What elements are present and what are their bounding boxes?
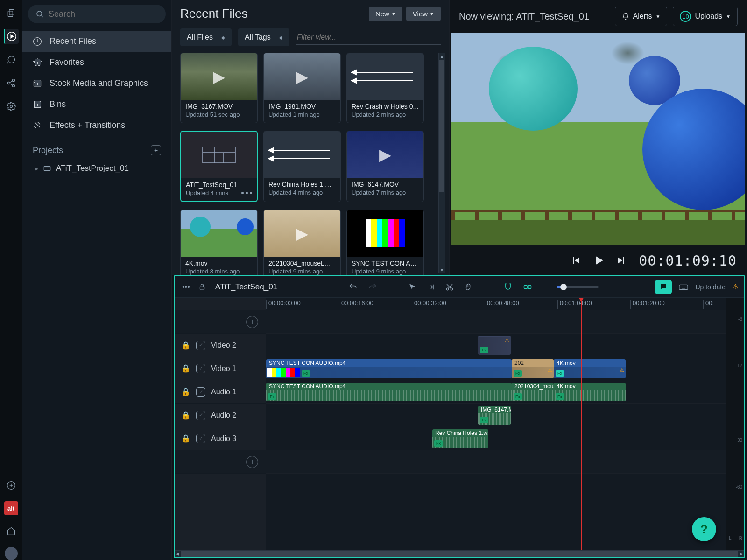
keyboard-button[interactable] bbox=[678, 282, 689, 292]
file-card[interactable]: ▶IMG_3167.MOVUpdated 51 sec ago bbox=[180, 53, 258, 123]
scroll-down-icon[interactable]: ▼ bbox=[439, 267, 445, 273]
timeline-clip[interactable]: Fx⚠ bbox=[478, 336, 511, 355]
scroll-left-icon[interactable]: ◀ bbox=[175, 551, 181, 557]
file-card[interactable]: ATiT_TestSeq_01Updated 4 mins bbox=[180, 131, 258, 202]
file-updated: Updated 7 mins ago bbox=[352, 189, 406, 196]
add-track-button[interactable]: + bbox=[246, 456, 258, 468]
nav-recent-files[interactable]: Recent Files bbox=[22, 31, 171, 52]
track-lane-video-1[interactable]: SYNC TEST CON AUDIO.mp4 Fx 202Fx⚠ 4K.mov… bbox=[266, 357, 726, 380]
rail-chat-icon[interactable] bbox=[4, 52, 19, 67]
file-card[interactable]: Rev China Holes 1.wavUpdated 4 mins ago bbox=[263, 131, 341, 202]
timeline-clip[interactable]: 4K.movFx⚠ bbox=[554, 359, 626, 378]
alerts-button[interactable]: Alerts▼ bbox=[615, 7, 668, 26]
chevron-down-icon: ▼ bbox=[726, 14, 731, 19]
nav-stock-media[interactable]: Stock Media and Graphics i bbox=[22, 73, 171, 94]
playhead[interactable] bbox=[581, 298, 582, 550]
file-card[interactable]: ▶IMG_1981.MOVUpdated 1 min ago bbox=[263, 53, 341, 123]
timeline-clip[interactable]: 20210304_mouse...Fx bbox=[512, 383, 554, 401]
scroll-up-icon[interactable]: ▲ bbox=[439, 53, 445, 59]
timeline-clip[interactable]: IMG_6147.MOFx bbox=[478, 406, 511, 425]
file-name: IMG_1981.MOV bbox=[268, 103, 336, 110]
step-forward-button[interactable] bbox=[616, 255, 627, 266]
app-logo[interactable]: ait bbox=[4, 501, 18, 515]
rail-home-icon[interactable] bbox=[4, 524, 19, 539]
zoom-slider[interactable] bbox=[557, 286, 599, 288]
uploads-button[interactable]: 10 Uploads▼ bbox=[673, 7, 738, 26]
timeline-ruler[interactable]: 00:00:00:00 00:00:16:00 00:00:32:00 00:0… bbox=[266, 298, 726, 310]
rail-copy-icon[interactable] bbox=[4, 6, 19, 21]
new-button[interactable]: New▼ bbox=[369, 7, 402, 21]
redo-button[interactable] bbox=[366, 280, 379, 294]
link-toggle[interactable] bbox=[521, 280, 534, 294]
filter-tags-dropdown[interactable]: All Tags◆ bbox=[238, 28, 289, 46]
select-tool[interactable] bbox=[406, 281, 418, 293]
rail-play-icon[interactable] bbox=[4, 29, 19, 44]
scrollbar-thumb[interactable] bbox=[439, 60, 444, 192]
viewer-timecode: 00:01:09:10 bbox=[639, 252, 737, 269]
timeline-clip[interactable]: SYNC TEST CON AUDIO.mp4 Fx bbox=[266, 359, 512, 378]
play-icon: ▶ bbox=[379, 145, 391, 164]
meter-label: -6 bbox=[738, 316, 742, 322]
visibility-toggle[interactable]: ✓ bbox=[196, 411, 205, 420]
more-icon[interactable] bbox=[241, 192, 252, 194]
help-button[interactable]: ? bbox=[692, 517, 716, 541]
add-track-button[interactable]: + bbox=[246, 316, 258, 328]
scrollbar-thumb[interactable] bbox=[181, 551, 738, 557]
timeline-clip[interactable]: 202Fx⚠ bbox=[512, 359, 554, 378]
timeline-clip[interactable]: Rev China Holes 1.wavFx bbox=[432, 429, 488, 448]
nav-effects[interactable]: Effects + Transitions bbox=[22, 115, 171, 136]
play-button[interactable] bbox=[592, 254, 605, 266]
rail-share-icon[interactable] bbox=[4, 76, 19, 91]
nav-favorites[interactable]: Favorites i bbox=[22, 52, 171, 73]
lock-icon[interactable]: 🔒 bbox=[181, 411, 190, 420]
info-badge-icon: i bbox=[35, 59, 41, 65]
lock-icon[interactable]: 🔒 bbox=[181, 387, 190, 396]
visibility-toggle[interactable]: ✓ bbox=[196, 434, 205, 443]
slider-thumb[interactable] bbox=[560, 284, 567, 290]
file-card[interactable]: SYNC TEST CON AU...Updated 9 mins ago bbox=[346, 210, 424, 275]
timeline-clip[interactable]: 4K.movFx bbox=[554, 383, 626, 401]
filter-view-input[interactable] bbox=[296, 30, 441, 45]
svg-point-4 bbox=[7, 82, 10, 84]
view-button[interactable]: View▼ bbox=[406, 7, 441, 21]
visibility-toggle[interactable]: ✓ bbox=[196, 341, 205, 350]
track-lane-video-2[interactable]: Fx⚠ bbox=[266, 334, 726, 357]
visibility-toggle[interactable]: ✓ bbox=[196, 364, 205, 373]
viewer-stage[interactable] bbox=[451, 33, 745, 245]
file-card[interactable]: ▶IMG_6147.MOVUpdated 7 mins ago bbox=[346, 131, 424, 202]
warning-icon[interactable]: ⚠ bbox=[732, 282, 739, 291]
insert-tool[interactable] bbox=[425, 281, 437, 293]
visibility-toggle[interactable]: ✓ bbox=[196, 387, 205, 397]
rail-gear-icon[interactable] bbox=[4, 99, 19, 114]
search-box[interactable] bbox=[28, 5, 166, 23]
timeline-clip[interactable]: SYNC TEST CON AUDIO.mp4Fx bbox=[266, 383, 512, 401]
track-area[interactable]: 00:00:00:00 00:00:16:00 00:00:32:00 00:0… bbox=[266, 298, 726, 550]
step-back-button[interactable] bbox=[570, 255, 581, 266]
track-lane-audio-3[interactable]: Rev China Holes 1.wavFx bbox=[266, 427, 726, 450]
lock-icon[interactable]: 🔒 bbox=[181, 364, 190, 373]
undo-button[interactable] bbox=[346, 280, 359, 294]
cut-tool[interactable] bbox=[444, 281, 456, 293]
file-grid-scrollbar[interactable]: ▲ ▼ bbox=[438, 53, 445, 273]
hand-tool[interactable] bbox=[462, 281, 474, 293]
lock-icon[interactable] bbox=[198, 283, 206, 291]
scroll-right-icon[interactable]: ▶ bbox=[738, 551, 744, 557]
rail-plus-icon[interactable] bbox=[4, 478, 19, 493]
track-lane-audio-1[interactable]: SYNC TEST CON AUDIO.mp4Fx 20210304_mouse… bbox=[266, 380, 726, 404]
snap-toggle[interactable] bbox=[501, 280, 514, 294]
add-project-button[interactable]: + bbox=[151, 145, 161, 155]
file-card[interactable]: ▶20210304_mouseL...Updated 9 mins ago bbox=[263, 210, 341, 275]
track-lane-audio-2[interactable]: IMG_6147.MOFx bbox=[266, 404, 726, 427]
file-card[interactable]: 4K.movUpdated 8 mins ago bbox=[180, 210, 258, 275]
filter-files-dropdown[interactable]: All Files◆ bbox=[180, 28, 232, 46]
user-avatar[interactable] bbox=[5, 547, 18, 560]
comments-button[interactable] bbox=[655, 280, 672, 294]
lock-icon[interactable]: 🔒 bbox=[181, 434, 190, 443]
search-input[interactable] bbox=[49, 9, 158, 19]
file-card[interactable]: Rev Crash w Holes 0...Updated 2 mins ago bbox=[346, 53, 424, 123]
more-icon[interactable]: ••• bbox=[180, 281, 192, 293]
project-row[interactable]: ▶ ATiT_TestProject_01 bbox=[22, 159, 171, 178]
timeline-h-scrollbar[interactable]: ◀ ▶ bbox=[175, 550, 744, 557]
nav-bins[interactable]: Bins i bbox=[22, 94, 171, 115]
lock-icon[interactable]: 🔒 bbox=[181, 341, 190, 350]
